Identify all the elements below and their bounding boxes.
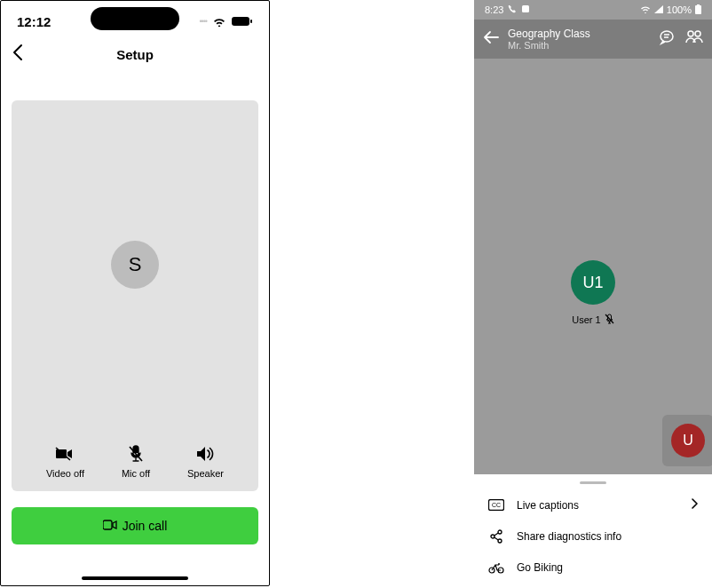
- android-time: 8:23: [485, 4, 503, 15]
- dynamic-island: [91, 7, 179, 30]
- participant-initial: U1: [582, 274, 603, 292]
- video-label: Video off: [46, 468, 84, 479]
- video-preview: S Video off Mic off Speaker: [12, 100, 258, 491]
- svg-rect-4: [695, 5, 701, 14]
- chevron-right-icon: [691, 498, 698, 512]
- call-header: Geography Class Mr. Smith: [474, 20, 712, 59]
- android-status-bar: 8:23 100%: [474, 0, 712, 20]
- svg-rect-5: [697, 4, 700, 6]
- participant-label-row: User 1: [572, 314, 613, 326]
- svg-rect-1: [250, 20, 252, 23]
- share-diagnostics-row[interactable]: Share diagnostics info: [474, 520, 712, 552]
- wifi-icon: [212, 16, 226, 27]
- iphone-setup-screen: 12:12 •••• Setup S Video off: [0, 0, 270, 586]
- join-call-button[interactable]: Join call: [12, 507, 258, 544]
- join-call-label: Join call: [123, 519, 168, 533]
- svg-text:CC: CC: [492, 502, 501, 508]
- bike-icon: [488, 562, 504, 574]
- participant-avatar: U1: [571, 260, 615, 305]
- svg-rect-0: [232, 17, 249, 26]
- mic-muted-icon: [605, 314, 614, 326]
- ios-time: 12:12: [17, 14, 51, 29]
- phone-icon: [508, 4, 517, 15]
- live-captions-row[interactable]: CC Live captions: [474, 489, 712, 520]
- audio-route-button[interactable]: Speaker: [187, 445, 224, 479]
- chat-button[interactable]: [659, 29, 675, 49]
- battery-icon: [232, 16, 253, 27]
- android-call-screen: 8:23 100% Geography Class: [474, 0, 712, 586]
- svg-rect-2: [103, 520, 112, 529]
- header-titles: Geography Class Mr. Smith: [508, 28, 650, 51]
- share-icon: [488, 529, 504, 544]
- call-title: Geography Class: [508, 28, 650, 40]
- svg-point-16: [498, 563, 500, 565]
- wifi-icon: [640, 4, 651, 15]
- back-button[interactable]: [12, 44, 24, 65]
- self-pip-avatar: U: [671, 424, 705, 457]
- drag-handle[interactable]: [580, 481, 606, 484]
- toggle-mic-button[interactable]: Mic off: [122, 445, 150, 479]
- mic-off-icon: [128, 445, 144, 463]
- video-icon: [103, 519, 117, 533]
- back-button[interactable]: [483, 30, 499, 48]
- svg-point-13: [498, 539, 502, 543]
- participants-button[interactable]: [685, 29, 703, 49]
- go-biking-label: Go Biking: [517, 561, 698, 574]
- speaker-label: Speaker: [187, 468, 224, 479]
- home-indicator[interactable]: [82, 576, 188, 580]
- call-subtitle: Mr. Smith: [508, 40, 650, 51]
- self-avatar-initial: S: [129, 253, 142, 276]
- mic-label: Mic off: [122, 468, 150, 479]
- page-title: Setup: [116, 47, 154, 62]
- svg-rect-3: [522, 5, 529, 12]
- cc-icon: CC: [488, 499, 504, 511]
- share-diagnostics-label: Share diagnostics info: [517, 530, 698, 543]
- svg-point-7: [688, 31, 693, 36]
- svg-point-8: [695, 31, 700, 36]
- toggle-video-button[interactable]: Video off: [46, 445, 84, 479]
- battery-icon: [695, 4, 701, 16]
- svg-point-11: [491, 535, 494, 538]
- self-pip-initial: U: [683, 433, 693, 449]
- ios-navbar: Setup: [1, 35, 269, 74]
- self-avatar: S: [111, 241, 159, 289]
- live-captions-label: Live captions: [517, 499, 678, 512]
- participant-name: User 1: [572, 314, 600, 325]
- bottom-sheet: CC Live captions Share diagnostics info …: [474, 474, 712, 586]
- ios-status-right: ••••: [199, 16, 253, 27]
- self-pip[interactable]: U: [662, 415, 712, 466]
- video-off-icon: [55, 445, 75, 463]
- battery-text: 100%: [667, 4, 692, 15]
- preview-controls: Video off Mic off Speaker: [12, 445, 258, 479]
- signal-icon: [654, 4, 663, 15]
- svg-point-12: [498, 530, 502, 534]
- cell-dots-icon: ••••: [199, 17, 207, 26]
- go-biking-row[interactable]: Go Biking: [474, 552, 712, 583]
- notif-badge-icon: [521, 4, 530, 15]
- svg-point-6: [661, 31, 673, 42]
- speaker-icon: [196, 445, 216, 463]
